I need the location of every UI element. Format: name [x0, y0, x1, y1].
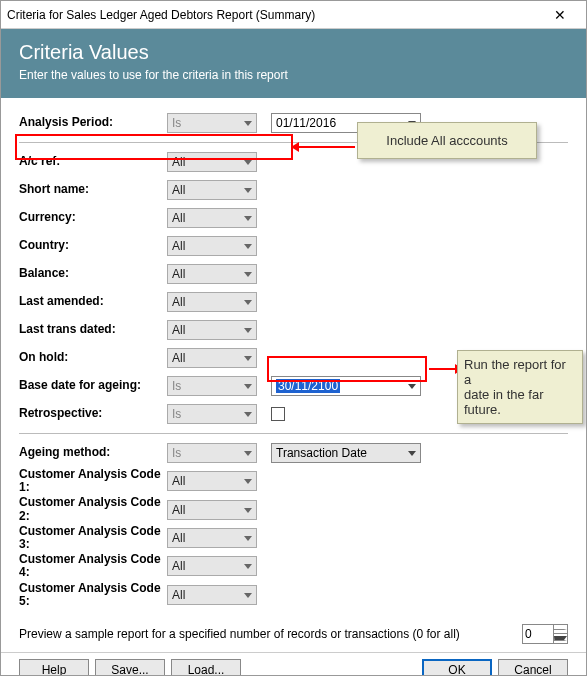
op-on-hold[interactable]: All [167, 348, 257, 368]
label-last-amended: Last amended: [19, 295, 167, 308]
row-country: Country: All [19, 233, 568, 259]
row-cac2: Customer Analysis Code 2: All [19, 496, 568, 522]
annotation-arrow-1 [299, 146, 355, 148]
preview-spinner[interactable] [522, 624, 568, 644]
header-panel: Criteria Values Enter the values to use … [1, 29, 586, 98]
row-cac1: Customer Analysis Code 1: All [19, 468, 568, 494]
header-title: Criteria Values [19, 41, 568, 64]
help-button[interactable]: Help [19, 659, 89, 676]
annotation-callout-1: Include All acccounts [357, 122, 537, 159]
preview-text: Preview a sample report for a specified … [19, 627, 522, 641]
header-subtitle: Enter the values to use for the criteria… [19, 68, 568, 82]
op-ac-ref[interactable]: All [167, 152, 257, 172]
preview-input[interactable] [523, 627, 553, 641]
op-cac1[interactable]: All [167, 471, 257, 491]
annotation-arrow-2 [429, 368, 455, 370]
preview-row: Preview a sample report for a specified … [1, 616, 586, 652]
label-base-date: Base date for ageing: [19, 379, 167, 392]
op-balance[interactable]: All [167, 264, 257, 284]
label-cac1: Customer Analysis Code 1: [19, 468, 167, 494]
row-balance: Balance: All [19, 261, 568, 287]
spinner-down-icon[interactable] [553, 634, 567, 643]
row-short-name: Short name: All [19, 177, 568, 203]
label-currency: Currency: [19, 211, 167, 224]
label-retrospective: Retrospective: [19, 407, 167, 420]
label-cac3: Customer Analysis Code 3: [19, 525, 167, 551]
op-cac3[interactable]: All [167, 528, 257, 548]
op-cac5[interactable]: All [167, 585, 257, 605]
titlebar: Criteria for Sales Ledger Aged Debtors R… [1, 1, 586, 29]
annotation-text-1: Include All acccounts [386, 133, 507, 148]
load-button[interactable]: Load... [171, 659, 241, 676]
op-last-amended[interactable]: All [167, 292, 257, 312]
val-ageing-method[interactable]: Transaction Date [271, 443, 421, 463]
val-base-date[interactable]: 30/11/2100 [271, 376, 421, 396]
checkbox-retrospective[interactable] [271, 407, 285, 421]
row-last-trans: Last trans dated: All [19, 317, 568, 343]
op-base-date[interactable]: Is [167, 376, 257, 396]
row-ageing-method: Ageing method: Is Transaction Date [19, 440, 568, 466]
row-currency: Currency: All [19, 205, 568, 231]
label-ac-ref: A/c ref: [19, 155, 167, 168]
label-ageing-method: Ageing method: [19, 446, 167, 459]
spinner-up-icon[interactable] [553, 625, 567, 635]
annotation-text-2b: date in the far future. [464, 387, 544, 417]
label-cac4: Customer Analysis Code 4: [19, 553, 167, 579]
op-retrospective[interactable]: Is [167, 404, 257, 424]
label-balance: Balance: [19, 267, 167, 280]
label-cac5: Customer Analysis Code 5: [19, 582, 167, 608]
row-cac3: Customer Analysis Code 3: All [19, 525, 568, 551]
row-cac5: Customer Analysis Code 5: All [19, 582, 568, 608]
cancel-button[interactable]: Cancel [498, 659, 568, 676]
op-cac4[interactable]: All [167, 556, 257, 576]
row-last-amended: Last amended: All [19, 289, 568, 315]
op-cac2[interactable]: All [167, 500, 257, 520]
op-currency[interactable]: All [167, 208, 257, 228]
label-country: Country: [19, 239, 167, 252]
base-date-value: 30/11/2100 [276, 379, 340, 393]
divider [19, 433, 568, 434]
label-last-trans: Last trans dated: [19, 323, 167, 336]
row-cac4: Customer Analysis Code 4: All [19, 553, 568, 579]
label-short-name: Short name: [19, 183, 167, 196]
label-analysis-period: Analysis Period: [19, 116, 167, 129]
window-title: Criteria for Sales Ledger Aged Debtors R… [7, 8, 540, 22]
label-cac2: Customer Analysis Code 2: [19, 496, 167, 522]
annotation-text-2a: Run the report for a [464, 357, 566, 387]
button-bar: Help Save... Load... OK Cancel [1, 652, 586, 676]
op-country[interactable]: All [167, 236, 257, 256]
op-analysis-period[interactable]: Is [167, 113, 257, 133]
op-short-name[interactable]: All [167, 180, 257, 200]
ok-button[interactable]: OK [422, 659, 492, 676]
op-last-trans[interactable]: All [167, 320, 257, 340]
label-on-hold: On hold: [19, 351, 167, 364]
close-icon[interactable]: ✕ [540, 3, 580, 27]
annotation-callout-2: Run the report for a date in the far fut… [457, 350, 583, 424]
save-button[interactable]: Save... [95, 659, 165, 676]
op-ageing-method[interactable]: Is [167, 443, 257, 463]
criteria-form: Analysis Period: Is 01/11/2016 A/c ref: … [1, 98, 586, 616]
